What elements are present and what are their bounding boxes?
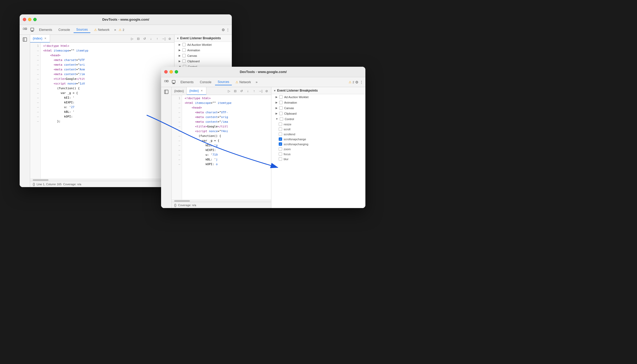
- close-button-1[interactable]: [23, 18, 26, 21]
- bp-checkbox-anim-2[interactable]: [279, 101, 283, 104]
- tab-network-2[interactable]: ⚠ Network: [233, 79, 254, 85]
- scrollbar-thumb-1[interactable]: [33, 179, 48, 181]
- event-listener-header-2[interactable]: ▼ Event Listener Breakpoints: [271, 87, 365, 94]
- bp-checkbox-resize-2[interactable]: [279, 122, 282, 126]
- step-into-btn-1[interactable]: ↓: [148, 36, 154, 42]
- device-icon[interactable]: [29, 27, 35, 33]
- bp-resize-2[interactable]: resize: [271, 122, 365, 127]
- file-tab-close-2[interactable]: ✕: [200, 89, 204, 93]
- horizontal-scrollbar-1[interactable]: [30, 179, 174, 181]
- bp-clipboard-1[interactable]: ▶ Clipboard: [174, 58, 232, 64]
- code-line: <meta content="Anm: [43, 67, 174, 72]
- bp-animation-2[interactable]: ▶ Animation: [271, 100, 365, 105]
- status-coverage: Coverage: n/a: [63, 183, 81, 186]
- file-tab-close-1[interactable]: ✕: [43, 37, 47, 40]
- tab-console-1[interactable]: Console: [56, 27, 73, 33]
- close-button-2[interactable]: [164, 70, 168, 74]
- code-scroll-2[interactable]: 1 – – – – – – – – – – – – – –: [172, 95, 271, 200]
- settings-icon-1[interactable]: ⚙: [222, 28, 225, 32]
- bp-canvas-1[interactable]: ▶ Canvas: [174, 53, 232, 58]
- tab-elements-2[interactable]: Elements: [178, 79, 196, 85]
- bp-checkbox-zoom-2[interactable]: [279, 147, 282, 151]
- step-out-btn-2[interactable]: ↑: [251, 88, 257, 94]
- tab-sources-1[interactable]: Sources: [74, 27, 90, 33]
- code-line: kBL: ': [43, 110, 174, 114]
- step-into-btn-2[interactable]: ↓: [245, 88, 251, 94]
- bp-ad-auction-1[interactable]: ▶ Ad Auction Worklet: [174, 42, 232, 47]
- bp-blur-2[interactable]: blur: [271, 156, 365, 161]
- bp-scrollend-2[interactable]: scrollend: [271, 132, 365, 137]
- new-sources-btn-2[interactable]: ▷: [226, 88, 232, 94]
- file-tabs-1: (index) ✕ ▷ ⊟ ↺ ↓ ↑ →| ⊘: [30, 35, 174, 43]
- bp-checkbox-scrollsnapchange-2[interactable]: [279, 137, 282, 141]
- continue-btn-1[interactable]: →|: [161, 36, 166, 42]
- more-options-icon-2[interactable]: ⋮: [360, 80, 363, 84]
- step-out-btn-1[interactable]: ↑: [154, 36, 160, 42]
- panel-toggle-btn-1[interactable]: [21, 36, 29, 43]
- line-numbers-2: 1 – – – – – – – – – – – – – –: [172, 95, 182, 200]
- settings-icon-2[interactable]: ⚙: [355, 80, 359, 84]
- bp-checkbox-clipboard-2[interactable]: [279, 112, 283, 115]
- split-view-btn-1[interactable]: ⊟: [135, 36, 141, 42]
- tab-console-2[interactable]: Console: [197, 79, 214, 85]
- bp-checkbox-ad-2[interactable]: [279, 95, 283, 99]
- deactivate-btn-1[interactable]: ⊘: [167, 36, 173, 42]
- inspect-icon[interactable]: [22, 27, 28, 33]
- horizontal-scrollbar-2[interactable]: [172, 200, 271, 202]
- bp-checkbox-blur-2[interactable]: [279, 157, 282, 161]
- bp-clipboard-2[interactable]: ▶ Clipboard: [271, 111, 365, 116]
- bp-checkbox-scrollend-2[interactable]: [279, 132, 282, 136]
- curly-braces-icon[interactable]: {}: [33, 182, 35, 186]
- bp-scroll-2[interactable]: scroll: [271, 127, 365, 132]
- bp-checkbox-focus-2[interactable]: [279, 152, 282, 156]
- bp-checkbox-control-2[interactable]: [280, 117, 283, 121]
- file-tab-index-2b[interactable]: (index) ✕: [187, 87, 207, 95]
- curly-braces-icon-2[interactable]: {}: [174, 203, 177, 207]
- tab-sources-2[interactable]: Sources: [215, 79, 232, 85]
- maximize-button-2[interactable]: [175, 70, 178, 74]
- chevron-icon-1: ▼: [177, 37, 179, 40]
- bp-ad-auction-2[interactable]: ▶ Ad Auction Worklet: [271, 94, 365, 100]
- continue-btn-2[interactable]: →|: [257, 88, 263, 94]
- bp-scrollsnapchange-2[interactable]: scrollsnapchange: [271, 137, 365, 142]
- bp-zoom-2[interactable]: zoom: [271, 147, 365, 152]
- bp-focus-2[interactable]: focus: [271, 152, 365, 156]
- inspect-icon-2[interactable]: [163, 79, 169, 85]
- code-line: <meta content="ori: [43, 63, 174, 67]
- panel-toggle-btn-2[interactable]: [163, 88, 170, 96]
- bp-checkbox-anim-1[interactable]: [182, 48, 186, 52]
- new-tab-btn-1[interactable]: ▷: [129, 36, 135, 42]
- code-line: };: [43, 119, 174, 124]
- maximize-button-1[interactable]: [33, 18, 37, 21]
- tab-elements-1[interactable]: Elements: [36, 27, 55, 33]
- bp-animation-1[interactable]: ▶ Animation: [174, 47, 232, 53]
- deactivate-btn-2[interactable]: ⊘: [264, 88, 270, 94]
- bp-checkbox-ad-1[interactable]: [182, 43, 186, 46]
- bp-checkbox-clipboard-1[interactable]: [182, 59, 186, 63]
- file-tab-index-2a[interactable]: (index): [172, 87, 187, 95]
- more-options-icon-1[interactable]: ⋮: [226, 28, 230, 32]
- file-tab-index-1[interactable]: (index) ✕: [30, 35, 50, 43]
- bp-checkbox-scroll-2[interactable]: [279, 127, 282, 131]
- bp-checkbox-scrollsnapchanging-2[interactable]: [279, 142, 282, 146]
- split-view-btn-2[interactable]: ⊟: [232, 88, 238, 94]
- event-listener-header-1[interactable]: ▼ Event Listener Breakpoints: [174, 35, 232, 42]
- bp-checkbox-canvas-2[interactable]: [279, 106, 283, 110]
- scrollbar-thumb-2[interactable]: [174, 200, 190, 202]
- bp-scrollsnapchanging-2[interactable]: scrollsnapchanging: [271, 142, 365, 147]
- svg-rect-9: [172, 80, 175, 83]
- bp-checkbox-canvas-1[interactable]: [182, 54, 186, 57]
- minimize-button-2[interactable]: [169, 70, 173, 74]
- step-over-btn-2[interactable]: ↺: [239, 88, 244, 94]
- minimize-button-1[interactable]: [28, 18, 31, 21]
- code-line: <head>: [185, 105, 271, 110]
- more-tabs-btn-1[interactable]: »: [113, 27, 117, 32]
- more-tabs-btn-2[interactable]: »: [255, 80, 259, 85]
- code-line: u: '719: [185, 153, 271, 157]
- code-scroll-1[interactable]: 1 – – – – – – – – – – – – – –: [30, 43, 174, 179]
- step-over-btn-1[interactable]: ↺: [142, 36, 147, 42]
- bp-control-2[interactable]: ▼ Control: [271, 116, 365, 122]
- tab-network-1[interactable]: ⚠ Network: [91, 27, 112, 33]
- bp-canvas-2[interactable]: ▶ Canvas: [271, 105, 365, 111]
- device-icon-2[interactable]: [171, 79, 177, 85]
